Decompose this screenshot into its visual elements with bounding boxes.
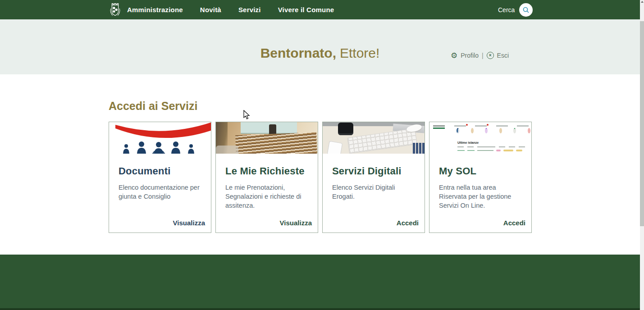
donut-chart (499, 128, 502, 133)
nav-item-amministrazione[interactable]: Amministrazione (127, 6, 183, 14)
profile-bar: ⚙ Profilo | × Esci (451, 51, 509, 60)
top-navigation-bar: Amministrazione Novità Servizi Vivere il… (0, 0, 640, 19)
card-servizi-digitali[interactable]: Servizi Digitali Elenco Servizi Digitali… (322, 122, 425, 233)
desk-camera-lens (338, 123, 353, 135)
documenti-card-description: Elenco documentazione per giunta e Consi… (119, 183, 201, 201)
mysol-preview-tab (496, 125, 508, 127)
mysol-preview-tab (433, 125, 445, 127)
page: Amministrazione Novità Servizi Vivere il… (0, 0, 644, 310)
documenti-card-title: Documenti (119, 165, 201, 177)
mysol-preview-table-header (457, 146, 529, 147)
notification-dot (487, 124, 489, 126)
desk-phone (327, 141, 343, 154)
search-icon (522, 6, 530, 14)
greeting-word: Bentornato, (260, 46, 336, 60)
service-cards: Documenti Elenco documentazione per giun… (109, 122, 532, 233)
documenti-card-image (109, 122, 211, 154)
mysol-preview-tab (475, 125, 487, 127)
richieste-visualizza-link[interactable]: Visualizza (280, 219, 312, 227)
search-button[interactable] (519, 3, 533, 17)
mysol-card-body: My SOL Entra nella tua area Riservata pe… (429, 154, 531, 210)
servizi-card-body: Servizi Digitali Elenco Servizi Digitali… (323, 154, 425, 201)
desk-calculator (413, 143, 425, 154)
notification-dot (466, 124, 468, 126)
richieste-card-body: Le Mie Richieste Le mie Prenotazioni, Se… (216, 154, 318, 210)
mysol-card-description: Entra nella tua area Riservata per la ge… (439, 183, 522, 210)
nav-item-servizi[interactable]: Servizi (238, 6, 261, 14)
gear-icon[interactable]: ⚙ (451, 52, 457, 59)
donut-chart (485, 128, 488, 133)
donut-chart (513, 128, 516, 133)
desk-keyboard (347, 128, 417, 154)
donut-chart (457, 128, 459, 133)
card-documenti[interactable]: Documenti Elenco documentazione per giun… (109, 122, 211, 233)
richieste-card-image (216, 122, 318, 154)
mysol-preview-tab (517, 125, 529, 127)
servizi-card-image (323, 122, 425, 154)
mysol-card-image: Ultime istanze (429, 122, 531, 154)
vertical-scrollbar[interactable] (640, 0, 644, 310)
footer: Comune di Proxima Digital City Finanziat… (0, 255, 640, 308)
servizi-card-description: Elenco Servizi Digitali Erogati. (332, 183, 415, 201)
servizi-accedi-link[interactable]: Accedi (397, 219, 419, 227)
scrollbar-up-arrow[interactable] (641, 1, 644, 3)
nav-item-novita[interactable]: Novità (200, 6, 221, 14)
mysol-preview-donut-charts (457, 129, 530, 132)
donut-chart (471, 128, 474, 133)
people-group-icon (120, 141, 201, 154)
municipality-crest-icon[interactable] (109, 3, 121, 17)
welcome-greeting: Bentornato,Ettore! (0, 46, 640, 61)
search-group: Cerca (498, 0, 533, 19)
donut-chart (528, 128, 530, 133)
nav-item-vivere-il-comune[interactable]: Vivere il Comune (278, 6, 334, 14)
mouse-cursor (243, 110, 251, 120)
mysol-accedi-link[interactable]: Accedi (503, 219, 525, 227)
card-le-mie-richieste[interactable]: Le Mie Richieste Le mie Prenotazioni, Se… (215, 122, 318, 233)
scrollbar-thumb[interactable] (640, 21, 644, 226)
mysol-preview-table-row (457, 150, 529, 151)
profile-separator: | (482, 52, 484, 59)
profile-link[interactable]: Profilo (461, 52, 479, 59)
card-my-sol[interactable]: Ultime istanze My SOL Entra nella tua ar… (429, 122, 532, 233)
folders-desk (216, 146, 238, 154)
search-label[interactable]: Cerca (498, 6, 515, 14)
logout-icon[interactable]: × (487, 52, 494, 59)
richieste-card-description: Le mie Prenotazioni, Segnalazioni e rich… (225, 183, 308, 210)
mysol-preview-tab (454, 125, 466, 127)
documenti-visualizza-link[interactable]: Visualizza (173, 219, 205, 227)
folders-stack (235, 132, 317, 154)
greeting-username: Ettore! (340, 46, 379, 60)
section-title: Accedi ai Servizi (109, 100, 197, 113)
servizi-card-title: Servizi Digitali (332, 165, 415, 177)
documenti-card-body: Documenti Elenco documentazione per giun… (109, 154, 211, 201)
logout-link[interactable]: Esci (497, 52, 509, 59)
footer-bottom-strip (0, 308, 640, 310)
welcome-band: Bentornato,Ettore! ⚙ Profilo | × Esci (0, 19, 640, 74)
mysol-card-title: My SOL (439, 165, 522, 177)
richieste-card-title: Le Mie Richieste (225, 165, 308, 177)
mysol-preview-heading: Ultime istanze (457, 141, 479, 144)
